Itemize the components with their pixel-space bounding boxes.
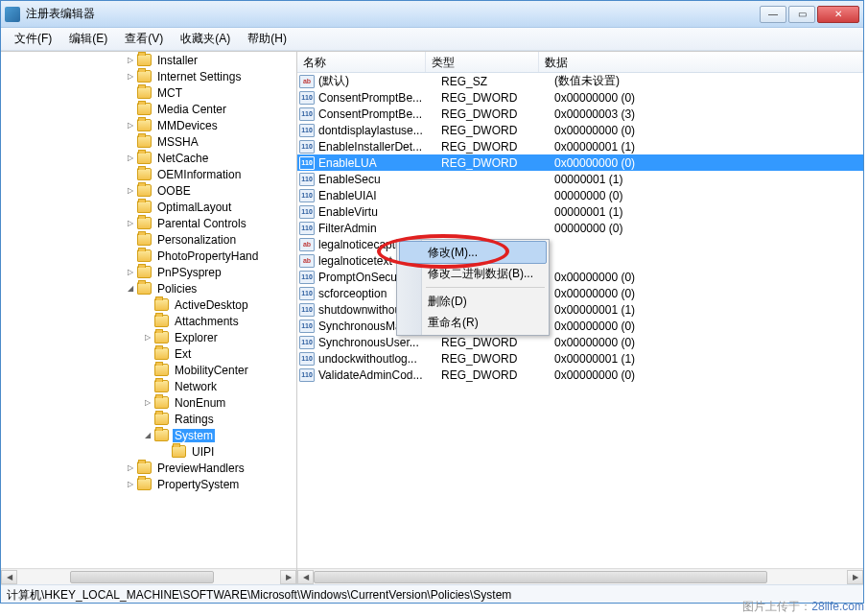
tree-hscrollbar[interactable]: ◀ ▶ xyxy=(1,568,296,584)
menu-view[interactable]: 查看(V) xyxy=(117,29,171,49)
tree-node[interactable]: ▷MMDevices xyxy=(1,117,296,133)
minimize-button[interactable]: — xyxy=(760,6,786,23)
tree-node[interactable]: ▷Explorer xyxy=(1,329,296,345)
tree-label[interactable]: NetCache xyxy=(155,152,210,165)
context-menu-item[interactable]: 修改二进制数据(B)... xyxy=(399,263,547,284)
expander-closed-icon[interactable]: ▷ xyxy=(141,396,154,410)
tree-node[interactable]: PhotoPropertyHand xyxy=(1,248,296,264)
table-row[interactable]: 110FilterAdmin00000000 (0) xyxy=(297,220,863,236)
col-data[interactable]: 数据 xyxy=(539,52,863,72)
menu-favorites[interactable]: 收藏夹(A) xyxy=(173,29,238,49)
tree-label[interactable]: Policies xyxy=(155,282,199,296)
maximize-button[interactable]: ▭ xyxy=(788,6,815,23)
tree-label[interactable]: Attachments xyxy=(173,315,241,328)
scroll-right-icon[interactable]: ▶ xyxy=(847,570,863,584)
close-button[interactable]: ✕ xyxy=(817,6,859,23)
menu-help[interactable]: 帮助(H) xyxy=(240,29,294,49)
tree-node[interactable]: ▷Installer xyxy=(1,52,296,68)
tree-label[interactable]: UIPI xyxy=(190,445,216,459)
expander-closed-icon[interactable]: ▷ xyxy=(124,70,137,83)
table-row[interactable]: ablegalnoticetextREG_SZ xyxy=(297,252,863,269)
col-type[interactable]: 类型 xyxy=(426,52,539,72)
expander-closed-icon[interactable]: ▷ xyxy=(124,119,137,132)
table-row[interactable]: 110EnableVirtu00000001 (1) xyxy=(297,203,863,220)
tree-label[interactable]: PnPSysprep xyxy=(155,266,223,279)
tree-label[interactable]: Media Center xyxy=(155,103,228,116)
tree-node[interactable]: MSSHA xyxy=(1,133,296,150)
tree-label[interactable]: OEMInformation xyxy=(155,168,243,181)
menu-edit[interactable]: 编辑(E) xyxy=(61,29,115,49)
tree-node[interactable]: ▷PreviewHandlers xyxy=(1,460,296,476)
tree-label[interactable]: Parental Controls xyxy=(155,217,248,230)
tree-node[interactable]: MCT xyxy=(1,84,296,101)
list-body[interactable]: ab(默认)REG_SZ(数值未设置)110ConsentPromptBe...… xyxy=(297,73,863,383)
expander-closed-icon[interactable]: ▷ xyxy=(124,184,137,198)
watermark-link[interactable]: 28life.com xyxy=(811,600,864,613)
tree-node[interactable]: ▷NonEnum xyxy=(1,394,296,411)
scroll-thumb[interactable] xyxy=(70,571,215,583)
tree-node[interactable]: ◢System xyxy=(1,427,296,443)
tree-label[interactable]: OptimalLayout xyxy=(155,201,233,214)
tree-label[interactable]: PhotoPropertyHand xyxy=(155,249,260,263)
tree-label[interactable]: System xyxy=(173,429,215,442)
expander-closed-icon[interactable]: ▷ xyxy=(124,266,137,279)
expander-open-icon[interactable]: ◢ xyxy=(124,282,137,296)
tree-label[interactable]: PreviewHandlers xyxy=(155,462,246,475)
scroll-thumb[interactable] xyxy=(314,571,767,583)
tree-node[interactable]: ▷OOBE xyxy=(1,182,296,199)
context-menu-item[interactable]: 修改(M)... xyxy=(399,241,547,264)
context-menu-item[interactable]: 重命名(R) xyxy=(399,312,547,333)
tree-node[interactable]: UIPI xyxy=(1,443,296,460)
expander-closed-icon[interactable]: ▷ xyxy=(124,478,137,491)
table-row[interactable]: 110ConsentPromptBe...REG_DWORD0x00000003… xyxy=(297,106,863,122)
tree-label[interactable]: Ratings xyxy=(173,413,216,426)
tree-node[interactable]: OEMInformation xyxy=(1,166,296,182)
scroll-right-icon[interactable]: ▶ xyxy=(280,570,296,584)
context-menu-item[interactable]: 删除(D) xyxy=(399,291,547,312)
tree-label[interactable]: Ext xyxy=(173,347,193,361)
table-row[interactable]: 110dontdisplaylastuse...REG_DWORD0x00000… xyxy=(297,122,863,138)
tree-node[interactable]: Network xyxy=(1,378,296,394)
tree-label[interactable]: MMDevices xyxy=(155,119,220,132)
tree-label[interactable]: OOBE xyxy=(155,184,193,198)
table-row[interactable]: 110SynchronousUser...REG_DWORD0x00000000… xyxy=(297,334,863,350)
table-row[interactable]: ab(默认)REG_SZ(数值未设置) xyxy=(297,73,863,89)
tree-node[interactable]: Attachments xyxy=(1,313,296,329)
tree-node[interactable]: ◢Policies xyxy=(1,280,296,296)
table-row[interactable]: 110EnableUIAI00000000 (0) xyxy=(297,187,863,203)
titlebar[interactable]: 注册表编辑器 — ▭ ✕ xyxy=(1,1,863,28)
table-row[interactable]: 110EnableInstallerDet...REG_DWORD0x00000… xyxy=(297,138,863,154)
tree-node[interactable]: ▷Parental Controls xyxy=(1,215,296,231)
table-row[interactable]: 110scforceoptionREG_DWORD0x00000000 (0) xyxy=(297,285,863,301)
tree-node[interactable]: Media Center xyxy=(1,101,296,117)
tree-label[interactable]: MSSHA xyxy=(155,135,200,149)
tree-node[interactable]: Personalization xyxy=(1,231,296,248)
scroll-track[interactable] xyxy=(314,570,847,584)
tree-label[interactable]: PropertySystem xyxy=(155,478,241,491)
table-row[interactable]: ablegalnoticecaptionREG_SZ xyxy=(297,236,863,252)
tree-label[interactable]: Personalization xyxy=(155,233,238,247)
table-row[interactable]: 110PromptOnSecureD...REG_DWORD0x00000000… xyxy=(297,269,863,285)
expander-closed-icon[interactable]: ▷ xyxy=(124,217,137,230)
tree-label[interactable]: MCT xyxy=(155,86,184,100)
table-row[interactable]: 110ConsentPromptBe...REG_DWORD0x00000000… xyxy=(297,89,863,106)
tree-node[interactable]: ▷NetCache xyxy=(1,150,296,166)
tree-label[interactable]: Network xyxy=(173,380,219,393)
menu-file[interactable]: 文件(F) xyxy=(7,29,59,49)
scroll-left-icon[interactable]: ◀ xyxy=(1,570,17,584)
col-name[interactable]: 名称 xyxy=(297,52,426,72)
list-hscrollbar[interactable]: ◀ ▶ xyxy=(297,568,863,584)
tree-node[interactable]: Ext xyxy=(1,345,296,362)
tree-body[interactable]: ▷Installer▷Internet SettingsMCTMedia Cen… xyxy=(1,52,296,568)
expander-closed-icon[interactable]: ▷ xyxy=(124,462,137,475)
tree-node[interactable]: MobilityCenter xyxy=(1,362,296,378)
tree-node[interactable]: Ratings xyxy=(1,411,296,427)
expander-closed-icon[interactable]: ▷ xyxy=(124,152,137,165)
table-row[interactable]: 110EnableSecu00000001 (1) xyxy=(297,171,863,187)
expander-closed-icon[interactable]: ▷ xyxy=(141,331,154,344)
tree-label[interactable]: Explorer xyxy=(173,331,220,344)
tree-node[interactable]: ▷PnPSysprep xyxy=(1,264,296,280)
scroll-track[interactable] xyxy=(17,570,280,584)
tree-node[interactable]: ▷Internet Settings xyxy=(1,68,296,84)
tree-node[interactable]: ActiveDesktop xyxy=(1,296,296,313)
